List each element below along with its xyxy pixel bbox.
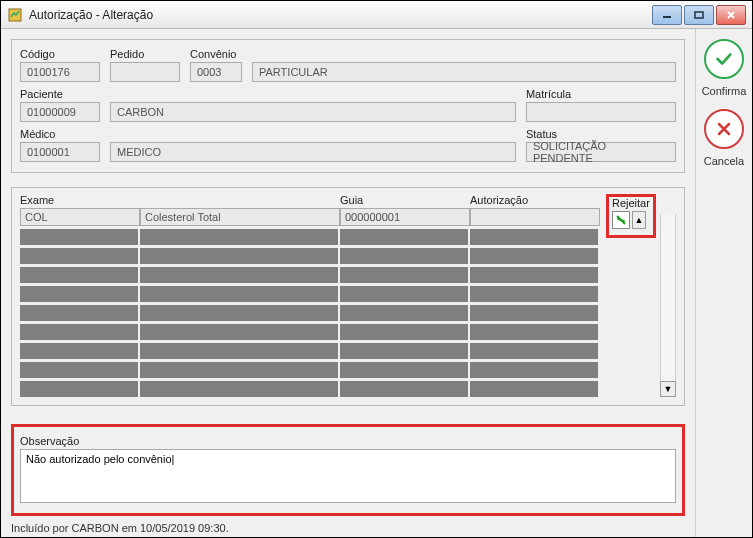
x-icon <box>714 119 734 139</box>
label-convenio: Convênio <box>190 48 242 60</box>
col-guia: Guia <box>340 194 470 208</box>
check-icon <box>713 48 735 70</box>
rejeitar-scroll-up[interactable]: ▲ <box>632 211 646 229</box>
field-medico-name: MEDICO <box>110 142 516 162</box>
col-rejeitar: Rejeitar <box>612 197 650 209</box>
close-button[interactable] <box>716 5 746 25</box>
rejeitar-highlight: Rejeitar ▲ <box>606 194 656 238</box>
scroll-down-button[interactable]: ▼ <box>660 381 676 397</box>
empty-cell <box>20 229 140 245</box>
field-pedido <box>110 62 180 82</box>
label-pedido: Pedido <box>110 48 180 60</box>
grid-scrollbar[interactable]: ▼ <box>660 194 676 397</box>
cell-guia[interactable]: 000000001 <box>340 208 470 226</box>
grid-panel: Exame Guia Autorização COL Colesterol <box>11 187 685 406</box>
field-matricula <box>526 102 676 122</box>
header-panel: Código 0100176 Pedido Convênio 0003 PART… <box>11 39 685 173</box>
window-controls <box>652 5 746 25</box>
app-icon <box>7 7 23 23</box>
label-codigo: Código <box>20 48 100 60</box>
confirma-button[interactable] <box>704 39 744 79</box>
maximize-button[interactable] <box>684 5 714 25</box>
rejeitar-checkbox[interactable] <box>612 211 630 229</box>
app-window: Autorização - Alteração Código 0100176 P… <box>0 0 753 538</box>
field-medico-code: 0100001 <box>20 142 100 162</box>
observacao-input[interactable] <box>20 449 676 503</box>
field-convenio-name: PARTICULAR <box>252 62 676 82</box>
col-autorizacao: Autorização <box>470 194 600 208</box>
field-codigo: 0100176 <box>20 62 100 82</box>
label-medico: Médico <box>20 128 100 140</box>
footer-text: Incluído por CARBON em 10/05/2019 09:30. <box>11 522 685 534</box>
label-paciente: Paciente <box>20 88 100 100</box>
col-exame-name <box>140 194 340 208</box>
cancela-button[interactable] <box>704 109 744 149</box>
field-convenio-code: 0003 <box>190 62 242 82</box>
col-exame: Exame <box>20 194 140 208</box>
field-status: SOLICITAÇÃO PENDENTE <box>526 142 676 162</box>
label-observacao: Observação <box>20 435 79 447</box>
svg-rect-2 <box>695 12 703 18</box>
cancela-label: Cancela <box>704 155 744 167</box>
side-actions: Confirma Cancela <box>695 29 752 537</box>
cell-exame-name[interactable]: Colesterol Total <box>140 208 340 226</box>
confirma-label: Confirma <box>702 85 747 97</box>
label-matricula: Matrícula <box>526 88 676 100</box>
minimize-button[interactable] <box>652 5 682 25</box>
field-paciente-code: 01000009 <box>20 102 100 122</box>
cell-autorizacao[interactable] <box>470 208 600 226</box>
label-status: Status <box>526 128 676 140</box>
cell-exame-code[interactable]: COL <box>20 208 140 226</box>
titlebar[interactable]: Autorização - Alteração <box>1 1 752 29</box>
observacao-panel: Observação <box>11 424 685 516</box>
window-title: Autorização - Alteração <box>29 8 652 22</box>
field-paciente-name: CARBON <box>110 102 516 122</box>
